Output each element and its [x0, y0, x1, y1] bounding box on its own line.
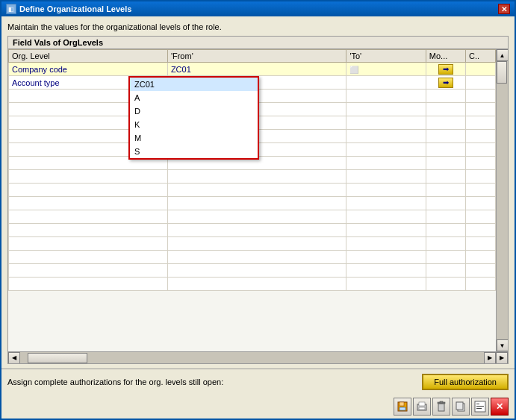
col-header-from: 'From' [167, 50, 346, 63]
svg-rect-2 [400, 407, 405, 410]
horizontal-scrollbar[interactable]: ◀ ▶ ▶ [8, 351, 508, 363]
cell-from[interactable] [167, 237, 346, 251]
cell-to[interactable] [346, 76, 426, 90]
cell-from[interactable] [167, 224, 346, 237]
cell-c [466, 143, 496, 157]
cell-to[interactable] [346, 264, 426, 278]
dropdown-item-k[interactable]: K [130, 118, 258, 131]
cell-mo [426, 157, 465, 170]
cell-to[interactable] [346, 278, 426, 291]
delete-button[interactable] [432, 398, 450, 416]
scroll-thumb[interactable] [497, 61, 507, 84]
vertical-scrollbar[interactable]: ▲ ▼ [496, 49, 508, 351]
cell-org-level [9, 278, 168, 291]
cell-c [466, 251, 496, 264]
cell-c [466, 184, 496, 197]
dropdown-item-a[interactable]: A [130, 91, 258, 104]
cell-to[interactable] [346, 157, 426, 170]
cell-org-level [9, 170, 168, 184]
cell-c [466, 157, 496, 170]
cell-from[interactable] [167, 170, 346, 184]
cell-c [466, 130, 496, 143]
cell-from[interactable] [167, 184, 346, 197]
cell-c [466, 237, 496, 251]
dropdown-item-zc01[interactable]: ZC01 [130, 78, 258, 91]
window-title: Define Organizational Levels [19, 4, 131, 13]
cell-to[interactable] [346, 184, 426, 197]
mo-arrow-button[interactable]: ➡ [438, 78, 453, 88]
scroll-right2-button[interactable]: ▶ [496, 352, 508, 364]
cell-to[interactable] [346, 116, 426, 130]
cell-from[interactable] [167, 210, 346, 224]
print-button[interactable] [413, 398, 431, 416]
table-row[interactable] [9, 224, 496, 237]
cell-to[interactable] [346, 210, 426, 224]
svg-rect-6 [438, 404, 444, 411]
hscroll-track[interactable] [20, 352, 484, 363]
cell-to[interactable] [346, 130, 426, 143]
cell-mo [426, 116, 465, 130]
cell-mo [426, 197, 465, 210]
cell-to[interactable] [346, 103, 426, 116]
cell-to[interactable] [346, 224, 426, 237]
cell-mo [426, 184, 465, 197]
cell-from[interactable]: ZC01 [167, 63, 346, 76]
full-authorization-button[interactable]: Full authorization [422, 374, 509, 390]
cell-to[interactable]: ⬜ [346, 63, 426, 76]
cell-mo: ➡ [426, 63, 465, 76]
cell-to[interactable] [346, 143, 426, 157]
cell-mo [426, 237, 465, 251]
cell-c [466, 278, 496, 291]
dropdown-item-m[interactable]: M [130, 131, 258, 145]
table-container: Org. Level 'From' 'To' Mo... C.. Company… [8, 49, 508, 351]
table-row[interactable] [9, 197, 496, 210]
cell-to[interactable] [346, 251, 426, 264]
scroll-down-button[interactable]: ▼ [497, 339, 509, 351]
cell-from[interactable] [167, 251, 346, 264]
cell-mo [426, 251, 465, 264]
table-row[interactable] [9, 237, 496, 251]
svg-rect-10 [456, 402, 463, 410]
cell-c [466, 197, 496, 210]
cell-mo [426, 224, 465, 237]
close-x-button[interactable]: ✕ [491, 398, 509, 416]
mo-arrow-button[interactable]: ➡ [438, 64, 453, 75]
table-row[interactable] [9, 170, 496, 184]
cell-org-level [9, 197, 168, 210]
table-row[interactable] [9, 251, 496, 264]
table-row[interactable] [9, 210, 496, 224]
panel-header: Field Vals of OrgLevels [8, 37, 508, 49]
table-row[interactable] [9, 278, 496, 291]
copy-button[interactable] [452, 398, 470, 416]
hscroll-thumb[interactable] [28, 353, 87, 363]
cell-org-level [9, 237, 168, 251]
cell-from[interactable] [167, 264, 346, 278]
main-window: ◧ Define Organizational Levels ✕ Maintai… [0, 0, 516, 420]
cell-from[interactable] [167, 278, 346, 291]
scroll-left-button[interactable]: ◀ [8, 352, 20, 364]
save-button[interactable] [394, 398, 411, 416]
cell-org-level: Company code [9, 63, 168, 76]
scroll-up-button[interactable]: ▲ [497, 49, 509, 61]
cell-to[interactable] [346, 237, 426, 251]
properties-button[interactable] [471, 398, 489, 416]
table-row[interactable] [9, 264, 496, 278]
table-row[interactable] [9, 184, 496, 197]
close-button[interactable]: ✕ [498, 4, 510, 14]
dropdown-item-s[interactable]: S [130, 145, 258, 158]
footer-text: Assign complete authorizations for the o… [7, 377, 223, 386]
svg-rect-14 [476, 408, 482, 409]
dropdown-item-d[interactable]: D [130, 104, 258, 118]
cell-to[interactable] [346, 197, 426, 210]
table-row[interactable]: Company codeZC01⬜➡ [9, 63, 496, 76]
scroll-track[interactable] [497, 61, 509, 339]
svg-rect-5 [419, 407, 425, 410]
scroll-right-button[interactable]: ▶ [484, 352, 496, 364]
cell-to[interactable] [346, 170, 426, 184]
cell-from[interactable] [167, 197, 346, 210]
col-header-to: 'To' [346, 50, 426, 63]
cell-to[interactable] [346, 90, 426, 103]
cell-org-level [9, 210, 168, 224]
cell-mo [426, 210, 465, 224]
from-dropdown[interactable]: ZC01 A D K M S [128, 76, 259, 160]
